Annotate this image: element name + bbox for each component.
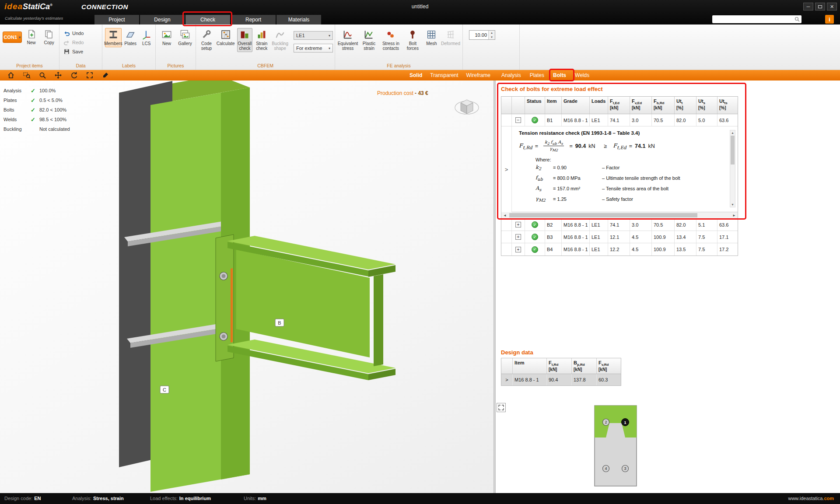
save-button[interactable]: Save bbox=[62, 47, 84, 56]
scroll-down-icon[interactable]: ▼ bbox=[730, 202, 735, 207]
row-chevron[interactable]: > bbox=[501, 374, 513, 385]
pan-button[interactable] bbox=[52, 70, 64, 80]
scroll-left-icon[interactable]: ◄ bbox=[501, 214, 508, 217]
close-button[interactable]: ✕ bbox=[827, 3, 837, 10]
tab-analysis[interactable]: Analysis bbox=[500, 71, 523, 79]
labels-lcs-toggle[interactable]: LCS bbox=[139, 28, 154, 47]
calculate-label: Calculate bbox=[217, 41, 235, 46]
loads-cell: LE1 bbox=[590, 231, 608, 243]
mesh-label: Mesh bbox=[426, 41, 437, 46]
ut-t-cell: 82.0 bbox=[675, 219, 696, 231]
rotate-button[interactable] bbox=[68, 70, 80, 80]
scroll-up-icon[interactable]: ▲ bbox=[730, 130, 735, 135]
design-data-row[interactable]: > M16 8.8 - 1 90.4 137.8 60.3 bbox=[501, 374, 621, 385]
buckling-shape-button[interactable]: Buckling shape bbox=[271, 28, 289, 52]
tab-design[interactable]: Design bbox=[140, 15, 185, 24]
row-gutter bbox=[501, 114, 512, 126]
expand-toggle[interactable]: + bbox=[512, 231, 525, 243]
zoom-button[interactable] bbox=[37, 70, 48, 80]
where-row-fub: fub= 800.0 MPa– Ultimate tensile strengt… bbox=[536, 173, 725, 183]
tab-project[interactable]: Project bbox=[94, 15, 139, 24]
expand-diagram-button[interactable] bbox=[497, 403, 506, 412]
zoom-fit-button[interactable] bbox=[84, 70, 95, 80]
stress-in-contacts-button[interactable]: Stress in contacts bbox=[380, 28, 402, 52]
maximize-button[interactable] bbox=[815, 3, 825, 10]
bolt-forces-button[interactable]: Bolt forces bbox=[403, 28, 423, 52]
ut-ts-cell: 17.2 bbox=[718, 243, 738, 256]
member-label-column[interactable]: C bbox=[160, 386, 169, 393]
minimize-button[interactable]: ─ bbox=[803, 3, 813, 10]
load-case-select[interactable]: LE1▾ bbox=[294, 31, 333, 40]
equivalent-stress-button[interactable]: Equivalent stress bbox=[338, 28, 358, 52]
labels-members-toggle[interactable]: Members bbox=[105, 28, 122, 47]
ft-ed-cell: 12.1 bbox=[608, 231, 630, 243]
website-link[interactable]: www.ideastatica.com bbox=[788, 496, 834, 501]
scrollbar-thumb[interactable] bbox=[731, 136, 735, 164]
table-horizontal-scrollbar[interactable]: ◄ ► bbox=[501, 212, 738, 219]
extreme-select[interactable]: For extreme▾ bbox=[294, 44, 333, 52]
loads-cell: LE1 bbox=[590, 114, 608, 126]
picture-new-button[interactable]: New bbox=[158, 28, 175, 47]
maximize-icon bbox=[818, 5, 822, 8]
bolt-row-b2[interactable]: + ✓ B2 M16 8.8 - 1 LE1 74.1 3.0 70.5 82.… bbox=[501, 219, 738, 231]
zoom-window-button[interactable] bbox=[21, 70, 32, 80]
deformation-scale-spinner[interactable]: 10.00 ▲▼ bbox=[469, 30, 495, 40]
labels-plates-toggle[interactable]: Plates bbox=[123, 28, 138, 47]
mode-wireframe[interactable]: Wireframe bbox=[466, 72, 490, 78]
tab-check[interactable]: Check bbox=[186, 15, 230, 24]
spin-up-icon[interactable]: ▲ bbox=[489, 31, 495, 35]
redo-button[interactable]: Redo bbox=[62, 38, 85, 46]
detail-chevron[interactable]: > bbox=[501, 126, 512, 212]
tab-welds[interactable]: Welds bbox=[573, 71, 591, 79]
tab-report[interactable]: Report bbox=[231, 15, 276, 24]
hscroll-track[interactable] bbox=[508, 212, 731, 218]
detail-vertical-scrollbar[interactable]: ▲ ▼ bbox=[730, 130, 735, 207]
header-fv-rd: Fv,Rd[kN] bbox=[597, 358, 622, 374]
overall-check-button[interactable]: Overall check bbox=[237, 28, 253, 52]
connection-selector[interactable]: CON1▾ bbox=[3, 32, 22, 43]
orientation-cube[interactable] bbox=[453, 93, 480, 121]
copy-project-item-button[interactable]: Copy bbox=[41, 28, 57, 46]
new-project-item-button[interactable]: New bbox=[23, 28, 40, 46]
summary-name: Welds bbox=[4, 117, 31, 122]
summary-value: 100.0% bbox=[39, 88, 56, 93]
home-view-button[interactable] bbox=[5, 70, 17, 80]
titlebar: ideaStatiCa® CONNECTION Calculate yester… bbox=[0, 0, 840, 24]
viewport-3d[interactable]: B C Analysis✓100.0% Plates✓0.5 < 5.0% Bo… bbox=[0, 80, 494, 493]
expand-toggle[interactable]: + bbox=[512, 219, 525, 231]
hscroll-thumb[interactable] bbox=[509, 213, 697, 217]
deformed-button[interactable]: Deformed bbox=[441, 28, 461, 47]
bolt-row-b4[interactable]: + ✓ B4 M16 8.8 - 1 LE1 12.2 4.5 100.9 13… bbox=[501, 243, 738, 256]
ribbon-group-pictures: New Gallery Pictures bbox=[156, 24, 196, 70]
collapse-toggle[interactable]: − bbox=[512, 114, 525, 126]
undo-button[interactable]: Undo bbox=[62, 29, 85, 37]
save-label: Save bbox=[72, 49, 83, 54]
paint-results-button[interactable] bbox=[100, 70, 111, 80]
bolt-row-b3[interactable]: + ✓ B3 M16 8.8 - 1 LE1 12.1 4.5 100.9 13… bbox=[501, 231, 738, 243]
strain-check-button[interactable]: Strain check bbox=[254, 28, 270, 52]
calculate-button[interactable]: Calculate bbox=[216, 28, 236, 47]
diagram-bolt-4[interactable]: 4 bbox=[603, 466, 609, 472]
expand-toggle[interactable]: + bbox=[512, 243, 525, 256]
row-gutter bbox=[501, 243, 512, 256]
code-setup-button[interactable]: Code setup bbox=[199, 28, 214, 52]
spin-down-icon[interactable]: ▼ bbox=[489, 35, 495, 39]
plastic-strain-button[interactable]: Plastic strain bbox=[359, 28, 379, 52]
info-button[interactable]: i bbox=[825, 15, 834, 24]
diagram-bolt-2[interactable]: 2 bbox=[603, 419, 609, 426]
member-label-beam[interactable]: B bbox=[275, 319, 284, 326]
gallery-label: Gallery bbox=[178, 41, 192, 46]
ribbon-spacer bbox=[520, 24, 840, 70]
tab-plates[interactable]: Plates bbox=[528, 71, 546, 79]
bolt-row-b1[interactable]: − ✓ B1 M16 8.8 - 1 LE1 74.1 3.0 70.5 82.… bbox=[501, 114, 738, 126]
mode-solid[interactable]: Solid bbox=[410, 72, 422, 78]
mesh-button[interactable]: Mesh bbox=[424, 28, 439, 47]
tab-bolts[interactable]: Bolts bbox=[551, 71, 568, 79]
mode-transparent[interactable]: Transparent bbox=[430, 72, 458, 78]
picture-gallery-button[interactable]: Gallery bbox=[176, 28, 194, 47]
search-input[interactable] bbox=[714, 16, 794, 22]
diagram-bolt-3[interactable]: 3 bbox=[622, 466, 629, 472]
scroll-right-icon[interactable]: ► bbox=[731, 214, 738, 217]
diagram-bolt-1-selected[interactable]: 1 bbox=[622, 419, 629, 426]
tab-materials[interactable]: Materials bbox=[276, 15, 321, 24]
